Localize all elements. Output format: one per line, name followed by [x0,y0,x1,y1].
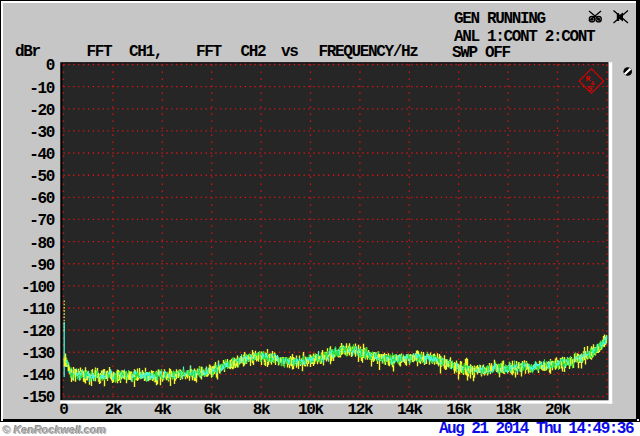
svg-text:S: S [588,84,593,93]
